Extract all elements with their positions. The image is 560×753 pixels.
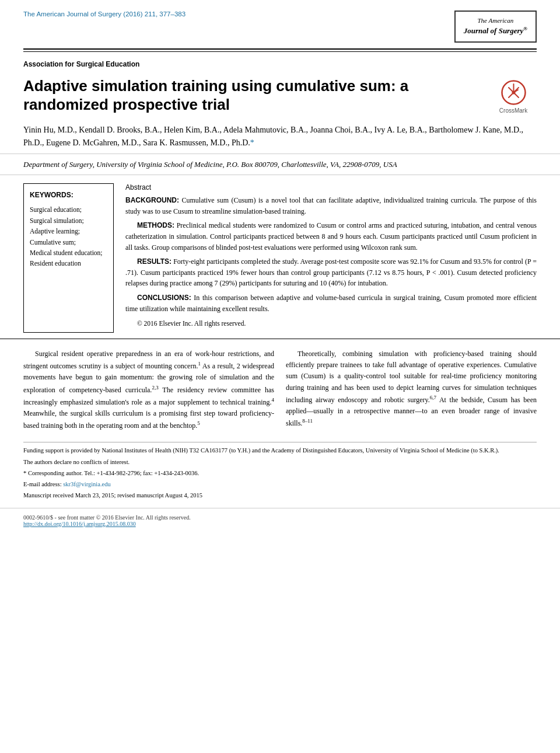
title-section: Adaptive simulation training using cumul… [0, 71, 560, 118]
body-section: Surgical resident operative preparedness… [0, 339, 560, 436]
keyword-4: Cumulative sum; [30, 237, 107, 247]
results-label: RESULTS: [137, 257, 172, 266]
crossmark-container: CrossMark [490, 76, 537, 114]
keyword-1: Surgical education; [30, 204, 107, 215]
ref-5: 5 [197, 420, 200, 426]
footnote-email: E-mail address: skr3f@virginia.edu [23, 480, 537, 489]
abstract-background: BACKGROUND: Cumulative sum (Cusum) is a … [125, 195, 537, 217]
keyword-2: Surgical simulation; [30, 215, 107, 226]
ref-2-3: 2,3 [152, 385, 158, 391]
body-col-left: Surgical resident operative preparedness… [23, 348, 274, 436]
ref-6-7: 6,7 [430, 395, 436, 400]
abstract-title: Abstract [125, 183, 537, 191]
page-footer: 0002-9610/$ - see front matter © 2016 El… [0, 508, 560, 532]
footnote-funding: Funding support is provided by National … [23, 446, 537, 455]
copyright: © 2016 Elsevier Inc. All rights reserved… [125, 319, 537, 329]
body-paragraph-2: Theoretically, combining simulation with… [286, 348, 537, 429]
background-text: Cumulative sum (Cusum) is a novel tool t… [125, 196, 537, 215]
keywords-title: KEYWORDS: [30, 190, 107, 201]
main-content: KEYWORDS: Surgical education; Surgical s… [0, 175, 560, 333]
abstract-conclusions: CONCLUSIONS: In this comparison between … [125, 292, 537, 314]
email-label: E-mail address: [23, 481, 62, 487]
ref-4: 4 [272, 397, 275, 403]
abstract-methods: METHODS: Preclinical medical students we… [125, 220, 537, 253]
journal-logo: The American Journal of Surgery® [454, 11, 537, 43]
abstract-section: Abstract BACKGROUND: Cumulative sum (Cus… [125, 183, 537, 333]
article-title: Adaptive simulation training using cumul… [23, 76, 490, 114]
journal-logo-title: Journal of Surgery® [464, 25, 527, 37]
conclusions-label: CONCLUSIONS: [137, 294, 191, 302]
affiliation: Department of Surgery, University of Vir… [0, 154, 560, 176]
footnote-manuscript: Manuscript received March 23, 2015; revi… [23, 491, 537, 500]
results-text: Forty-eight participants completed the s… [125, 257, 537, 287]
body-col-right: Theoretically, combining simulation with… [286, 348, 537, 436]
journal-reference: The American Journal of Surgery (2016) 2… [23, 11, 186, 18]
body-paragraph-1: Surgical resident operative preparedness… [23, 348, 274, 431]
footnotes: Funding support is provided by National … [23, 442, 537, 500]
corresponding-asterisk: * [250, 138, 254, 147]
footnote-corresponding: * Corresponding author. Tel.: +1-434-982… [23, 469, 537, 478]
background-label: BACKGROUND: [125, 196, 179, 204]
keyword-5: Medical student education; [30, 247, 107, 258]
email-link[interactable]: skr3f@virginia.edu [63, 481, 111, 487]
keyword-3: Adaptive learning; [30, 226, 107, 236]
methods-label: METHODS: [137, 221, 174, 229]
footer-doi[interactable]: http://dx.doi.org/10.1016/j.amjsurg.2015… [23, 521, 136, 527]
top-header: The American Journal of Surgery (2016) 2… [0, 0, 560, 48]
ref-8-11: 8–11 [302, 418, 313, 424]
crossmark-icon [501, 79, 527, 106]
top-rule-thick [23, 48, 537, 50]
footer-issn: 0002-9610/$ - see front matter © 2016 El… [23, 514, 191, 521]
journal-logo-the: The American [464, 16, 527, 25]
methods-text: Preclinical medical students were random… [125, 221, 537, 251]
authors: Yinin Hu, M.D., Kendall D. Brooks, B.A.,… [0, 118, 560, 154]
crossmark-label: CrossMark [499, 107, 527, 114]
page: The American Journal of Surgery (2016) 2… [0, 0, 560, 753]
authors-text: Yinin Hu, M.D., Kendall D. Brooks, B.A.,… [23, 126, 523, 147]
abstract-results: RESULTS: Forty-eight participants comple… [125, 256, 537, 289]
abstract-body: BACKGROUND: Cumulative sum (Cusum) is a … [125, 195, 537, 329]
keywords-box: KEYWORDS: Surgical education; Surgical s… [23, 183, 114, 333]
ref-1: 1 [198, 361, 201, 367]
footnote-conflicts: The authors declare no conflicts of inte… [23, 458, 537, 467]
association-label: Association for Surgical Education [0, 52, 560, 71]
keyword-6: Resident education [30, 258, 107, 269]
